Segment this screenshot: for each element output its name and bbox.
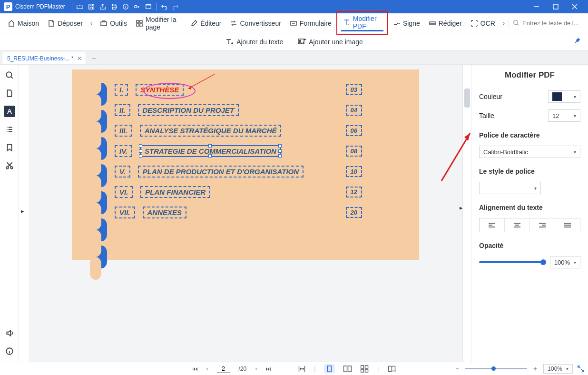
toc-number[interactable]: VI. [115, 186, 133, 198]
new-tab-button[interactable]: ＋ [88, 53, 99, 64]
scrollbar-thumb[interactable] [464, 89, 470, 108]
vertical-scrollbar[interactable]: ▸ [462, 65, 471, 362]
bookmark-panel-icon[interactable] [4, 142, 15, 153]
zoom-out-button[interactable]: － [454, 365, 461, 373]
align-center-button[interactable] [505, 218, 530, 232]
nav-deposer[interactable]: Déposer [44, 14, 87, 33]
fit-width-icon[interactable] [298, 365, 305, 373]
maximize-button[interactable] [546, 0, 565, 13]
open-icon[interactable] [74, 1, 86, 12]
slider-knob[interactable] [540, 259, 546, 265]
toc-number[interactable]: VII. [115, 207, 135, 218]
toc-page[interactable]: 12 [346, 187, 362, 197]
expand-left-icon[interactable]: ▸ [21, 207, 24, 215]
toc-number[interactable]: II. [115, 104, 130, 116]
cut-panel-icon[interactable] [4, 160, 15, 171]
reduce-icon[interactable] [143, 1, 154, 12]
nav-scroll-left[interactable]: ‹ [88, 20, 95, 27]
nav-outils[interactable]: Outils [96, 14, 131, 33]
zoom-dropdown[interactable]: 100% ▾ [543, 364, 573, 374]
close-button[interactable] [565, 0, 584, 13]
align-right-button[interactable] [530, 218, 555, 232]
toc-page[interactable]: 08 [346, 146, 362, 157]
align-left-button[interactable] [480, 218, 505, 232]
next-page-button[interactable]: › [255, 365, 257, 372]
print-icon[interactable] [108, 1, 120, 12]
page-input[interactable] [217, 365, 230, 373]
toc-heading[interactable]: ANNEXES [143, 207, 187, 218]
nav-formulaire[interactable]: Formulaire [286, 14, 335, 33]
fullscreen-button[interactable] [578, 365, 584, 372]
toc-heading[interactable]: SYNTHÈSE [136, 84, 184, 96]
nav-signe[interactable]: Signe [389, 14, 424, 33]
toc-number[interactable]: IV. [115, 145, 132, 157]
color-dropdown[interactable]: ▾ [548, 90, 580, 103]
zoom-in-button[interactable]: ＋ [532, 365, 539, 373]
nav-convertisseur[interactable]: Convertisseur [226, 14, 284, 33]
key-icon[interactable] [131, 1, 143, 12]
toc-heading[interactable]: PLAN FINANCIER [140, 186, 210, 198]
toc-heading[interactable]: PLAN DE PRODUCTION ET D'ORGANISATION [138, 166, 304, 178]
redo-icon[interactable] [170, 1, 181, 12]
sound-icon[interactable] [4, 327, 15, 339]
nav-scroll-right[interactable]: › [500, 20, 508, 27]
toc-heading[interactable]: STRATEGIE DE COMMERCIALISATION [140, 145, 281, 157]
nav-modifier-pdf-highlight: Modifier PDF [336, 11, 388, 35]
toc-number[interactable]: III. [115, 125, 132, 137]
info-icon[interactable] [120, 1, 131, 12]
toc-heading[interactable]: DESCRIPTION DU PROJET [138, 104, 239, 116]
opacity-slider[interactable] [479, 261, 546, 263]
continuous-page-icon[interactable] [360, 365, 369, 373]
opacity-dropdown[interactable]: 100% ▾ [550, 256, 580, 268]
save-icon[interactable] [86, 1, 97, 12]
toc-row: VII.ANNEXES20 [115, 207, 419, 218]
add-image-button[interactable]: Ajouter une image [297, 38, 363, 46]
pdf-page[interactable]: I.SYNTHÈSE03II.DESCRIPTION DU PROJET04II… [72, 69, 419, 260]
single-page-icon[interactable] [324, 364, 334, 374]
nav-ocr[interactable]: OCR [467, 14, 499, 33]
help-icon[interactable] [4, 345, 15, 357]
font-panel-icon[interactable] [4, 106, 15, 117]
toc-page[interactable]: 10 [346, 166, 362, 177]
tab-close-icon[interactable]: ✕ [77, 55, 82, 62]
nav-modifier-pdf[interactable]: Modifier PDF [341, 15, 383, 31]
first-page-button[interactable]: ⏮ [192, 365, 198, 372]
toc-page[interactable]: 03 [346, 84, 362, 95]
nav-editeur[interactable]: Éditeur [186, 14, 225, 33]
pin-button[interactable] [574, 37, 581, 45]
nav-rediger[interactable]: Rédiger [425, 14, 466, 33]
read-mode-icon[interactable] [387, 365, 396, 373]
two-page-icon[interactable] [343, 365, 352, 373]
last-page-button[interactable]: ⏭ [265, 365, 271, 372]
toc-page[interactable]: 04 [346, 105, 362, 116]
align-justify-button[interactable] [555, 218, 580, 232]
minimize-button[interactable] [527, 0, 546, 13]
zoom-slider[interactable] [465, 368, 527, 369]
toc-number[interactable]: V. [115, 166, 130, 178]
toc-heading[interactable]: ANALYSE STRATÉGIQUE DU MARCHÉ [140, 125, 282, 137]
size-dropdown[interactable]: 12 ▾ [548, 109, 580, 122]
document-tab[interactable]: 5_RESUME-Business-... * ✕ [2, 52, 86, 64]
nav-label: Modifier PDF [353, 15, 382, 30]
zoom-knob[interactable] [491, 366, 496, 371]
outline-panel-icon[interactable] [4, 124, 15, 135]
opacity-value: 100% [554, 259, 570, 266]
toc-number[interactable]: I. [115, 84, 128, 96]
prev-page-button[interactable]: ‹ [206, 365, 208, 372]
page-scroll[interactable]: I.SYNTHÈSE03II.DESCRIPTION DU PROJET04II… [29, 65, 462, 362]
share-icon[interactable] [97, 1, 108, 12]
add-text-button[interactable]: Ajouter du texte [225, 38, 283, 46]
font-style-dropdown[interactable]: ▾ [479, 182, 541, 194]
nav-modifier-page[interactable]: Modifier la page [132, 14, 186, 33]
page-panel-icon[interactable] [4, 88, 15, 99]
svg-rect-3 [137, 20, 139, 23]
search-panel-icon[interactable] [4, 69, 15, 81]
toc-page[interactable]: 20 [346, 207, 362, 218]
search-input[interactable] [522, 20, 584, 27]
nav-maison[interactable]: Maison [4, 14, 43, 33]
search-box[interactable] [509, 18, 584, 29]
toc-page[interactable]: 06 [346, 125, 362, 136]
font-dropdown[interactable]: Calibri-BoldItalic ▾ [479, 146, 580, 158]
undo-icon[interactable] [158, 1, 170, 12]
right-panel-toggle[interactable]: ▸ [459, 198, 463, 217]
